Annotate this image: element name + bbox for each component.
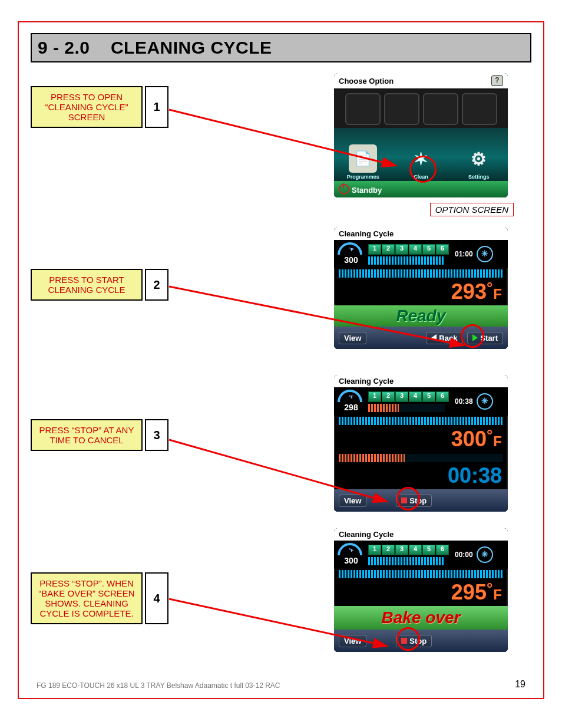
section-title: CLEANING CYCLE: [111, 38, 272, 57]
callout-1-text: PRESS TO OPEN “CLEANING CYCLE” SCREEN: [31, 86, 143, 128]
settings-label: Settings: [468, 174, 490, 180]
view-button[interactable]: View: [339, 495, 366, 507]
gear-icon: ⚙: [465, 144, 493, 173]
option-screen-caption: OPTION SCREEN: [430, 203, 514, 216]
callout-2-number: 2: [145, 269, 168, 301]
current-temperature: 295°F: [334, 579, 508, 606]
option-tile[interactable]: [384, 93, 419, 125]
fan-icon: ✳: [477, 246, 493, 262]
fan-icon: ✳: [477, 393, 493, 410]
screenshot-cleaning-running: Cleaning Cycle °F 298 1 2 3 4 5: [334, 375, 508, 512]
play-icon: [472, 334, 478, 341]
programmes-label: Programmes: [347, 174, 379, 180]
programmes-button[interactable]: 📄 Programmes: [345, 144, 381, 180]
option-tile[interactable]: [345, 93, 381, 125]
stage-time: 00:00: [455, 551, 473, 559]
callout-4: PRESS “STOP”. WHEN “BAKE OVER” SCREEN SH…: [31, 572, 168, 624]
callout-1: PRESS TO OPEN “CLEANING CYCLE” SCREEN 1: [31, 86, 168, 128]
screenshot-bake-over: Cleaning Cycle °F 300 1 2 3 4 5: [334, 528, 508, 652]
footer-text: FG 189 ECO-TOUCH 26 x18 UL 3 TRAY Belsha…: [37, 681, 280, 690]
callout-1-number: 1: [145, 86, 168, 128]
back-button[interactable]: Back: [426, 332, 462, 344]
stage-indicator: 1 2 3 4 5 6: [368, 244, 449, 255]
fan-icon: ✳: [477, 546, 493, 563]
stage-indicator: 1 2 3 4 5 6: [368, 545, 449, 555]
option-tile[interactable]: [462, 93, 497, 125]
view-button[interactable]: View: [339, 635, 366, 647]
screen1-option-row: [334, 90, 508, 128]
screenshot-option-screen: Choose Option ? 📄 Programmes ✶: [334, 73, 508, 197]
temperature-gauge: °F 300: [338, 242, 365, 266]
stop-button[interactable]: Stop: [396, 495, 432, 507]
countdown-timer: 00:38: [334, 463, 508, 489]
status-bake-over: Bake over: [334, 606, 508, 630]
standby-button[interactable]: Standby: [339, 184, 382, 195]
temperature-gauge: °F 298: [338, 390, 365, 413]
option-tile[interactable]: [423, 93, 458, 125]
section-heading: 9 - 2.0 CLEANING CYCLE: [31, 33, 531, 62]
view-button[interactable]: View: [339, 332, 366, 344]
screenshot-cleaning-ready: Cleaning Cycle °F 300 1 2 3 4 5: [334, 228, 508, 349]
section-number: 9 - 2.0: [38, 38, 90, 57]
back-arrow-icon: [431, 334, 437, 341]
stage-time: 01:00: [455, 250, 473, 258]
callout-2: PRESS TO START CLEANING CYCLE 2: [31, 269, 168, 301]
stop-button[interactable]: Stop: [396, 635, 432, 647]
callout-3-number: 3: [145, 419, 168, 451]
spray-icon: ✶: [406, 144, 435, 173]
screen4-title: Cleaning Cycle: [334, 528, 508, 541]
callout-3-text: PRESS “STOP” AT ANY TIME TO CANCEL: [31, 419, 143, 451]
screen2-title: Cleaning Cycle: [334, 228, 508, 240]
stop-icon: [401, 638, 407, 644]
stage-indicator: 1 2 3 4 5 6: [368, 391, 449, 402]
status-ready: Ready: [334, 305, 508, 327]
clean-button[interactable]: ✶ Clean: [403, 144, 438, 180]
callout-2-text: PRESS TO START CLEANING CYCLE: [31, 269, 143, 301]
programmes-icon: 📄: [349, 144, 377, 173]
callout-3: PRESS “STOP” AT ANY TIME TO CANCEL 3: [31, 419, 168, 451]
stop-icon: [401, 498, 407, 503]
help-icon[interactable]: ?: [491, 75, 503, 86]
start-button[interactable]: Start: [467, 332, 503, 344]
stage-time: 00:38: [455, 397, 473, 406]
temperature-gauge: °F 300: [338, 543, 365, 566]
settings-button[interactable]: ⚙ Settings: [461, 144, 497, 180]
current-temperature: 293°F: [334, 279, 508, 305]
callout-4-text: PRESS “STOP”. WHEN “BAKE OVER” SCREEN SH…: [31, 572, 143, 624]
callout-4-number: 4: [145, 572, 168, 624]
screen1-title: Choose Option: [339, 77, 394, 85]
power-icon: [339, 184, 349, 195]
clean-label: Clean: [414, 174, 428, 180]
current-temperature: 300°F: [334, 426, 508, 453]
screen3-title: Cleaning Cycle: [334, 375, 508, 387]
page-number: 19: [515, 679, 525, 690]
